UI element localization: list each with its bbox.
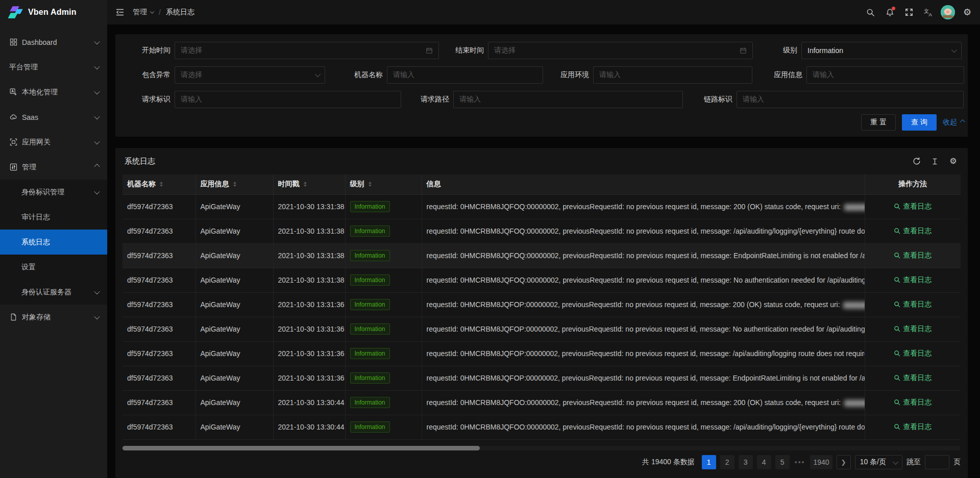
view-log-link[interactable]: 查看日志 <box>894 300 932 309</box>
page-button[interactable]: 1940 <box>810 455 832 469</box>
scrollbar-thumb[interactable] <box>122 446 480 450</box>
page-button[interactable]: 2 <box>720 455 734 469</box>
view-log-link[interactable]: 查看日志 <box>894 373 932 383</box>
table-row: df5974d72363 ApiGateWay 2021-10-30 13:31… <box>122 292 961 317</box>
sidebar-item[interactable]: 本地化管理 <box>0 80 107 105</box>
app-info-cell: ApiGateWay <box>195 415 273 439</box>
next-page-button[interactable]: ❯ <box>837 455 851 469</box>
breadcrumb-root[interactable]: 管理 <box>133 8 154 17</box>
column-header[interactable]: 应用信息 <box>195 174 273 194</box>
chevron-down-icon <box>94 288 100 294</box>
message-cell: requestId: 0HMCRBM8JQFOQ:00000002, previ… <box>422 194 865 219</box>
sidebar-item[interactable]: 管理 <box>0 155 107 180</box>
level-badge: Information <box>350 299 390 310</box>
field-label: 结束时间 <box>440 46 484 55</box>
collapse-link[interactable]: 收起 <box>943 118 964 127</box>
view-log-link[interactable]: 查看日志 <box>894 227 932 236</box>
column-settings-icon[interactable]: ⚙ <box>949 157 958 166</box>
level-badge: Information <box>350 397 390 408</box>
search-icon <box>894 325 900 332</box>
menu-fold-icon[interactable] <box>114 7 126 18</box>
level-badge: Information <box>350 201 390 212</box>
sort-carets-icon[interactable] <box>233 182 236 187</box>
end-time-input[interactable]: 请选择 <box>488 42 753 59</box>
page-button[interactable]: 4 <box>757 455 771 469</box>
sort-carets-icon[interactable] <box>369 182 372 187</box>
app-info-input[interactable]: 请输入 <box>806 66 964 84</box>
settings-gear-icon[interactable]: ⚙ <box>958 0 977 24</box>
column-header[interactable]: 机器名称 <box>122 174 195 194</box>
sort-carets-icon[interactable] <box>304 182 307 187</box>
view-log-link[interactable]: 查看日志 <box>894 422 932 432</box>
level-select[interactable]: Information <box>801 42 962 59</box>
sidebar-item[interactable]: Saas <box>0 105 107 130</box>
app-logo[interactable]: Vben Admin <box>0 0 107 24</box>
saas-icon <box>9 113 17 121</box>
chevron-down-icon <box>94 188 100 194</box>
trace-id-input[interactable]: 请输入 <box>737 91 964 108</box>
table-row: df5974d72363 ApiGateWay 2021-10-30 13:30… <box>122 415 961 439</box>
search-icon <box>894 203 900 210</box>
chevron-down-icon <box>94 63 100 69</box>
level-cell: Information <box>345 194 422 219</box>
management-icon <box>9 163 17 171</box>
level-cell: Information <box>345 243 422 268</box>
page-size-select[interactable]: 10 条/页 <box>855 455 902 469</box>
notification-bell-icon[interactable] <box>880 0 899 24</box>
request-id-input[interactable]: 请输入 <box>175 91 401 108</box>
field-label: 链路标识 <box>691 95 732 104</box>
filter-field-app-info: 应用信息 请输入 <box>761 66 964 84</box>
timestamp-cell: 2021-10-30 13:31:38 <box>273 243 345 268</box>
field-label: 请求路径 <box>407 95 449 104</box>
sort-carets-icon[interactable] <box>160 182 163 187</box>
filter-field-end-time: 结束时间 请选择 <box>440 42 753 59</box>
reset-button[interactable]: 重 置 <box>861 114 896 131</box>
view-log-link[interactable]: 查看日志 <box>894 324 932 334</box>
sidebar-item[interactable]: 系统日志 <box>0 230 107 255</box>
view-log-link[interactable]: 查看日志 <box>894 251 932 260</box>
timestamp-cell: 2021-10-30 13:30:44 <box>273 390 345 415</box>
sidebar-item[interactable]: 应用网关 <box>0 130 107 155</box>
request-path-input[interactable]: 请输入 <box>453 91 683 108</box>
jump-page-input[interactable] <box>925 455 949 469</box>
level-badge: Information <box>350 348 390 359</box>
storage-icon <box>9 313 17 321</box>
view-log-link[interactable]: 查看日志 <box>894 349 932 358</box>
page-button[interactable]: 5 <box>775 455 790 469</box>
action-cell: 查看日志 <box>865 390 961 415</box>
sidebar: Vben Admin Dashboard 平台管理 本地化管理 Saas 应用网… <box>0 0 107 478</box>
view-log-link[interactable]: 查看日志 <box>894 398 932 407</box>
refresh-icon[interactable] <box>912 157 921 166</box>
svg-text:A: A <box>928 12 932 17</box>
app-info-cell: ApiGateWay <box>195 292 273 317</box>
level-cell: Information <box>345 415 422 439</box>
translate-icon[interactable]: 文 A <box>919 0 938 24</box>
page-button[interactable]: 1 <box>702 455 716 469</box>
column-header[interactable]: 级别 <box>345 174 422 194</box>
machine-name-input[interactable]: 请输入 <box>387 66 543 84</box>
app-title: Vben Admin <box>28 8 77 17</box>
sidebar-item[interactable]: 身份认证服务器 <box>0 280 107 305</box>
sidebar-item[interactable]: 对象存储 <box>0 305 107 330</box>
fullscreen-icon[interactable] <box>899 0 919 24</box>
calendar-icon <box>740 47 747 54</box>
sidebar-item[interactable]: 平台管理 <box>0 55 107 80</box>
view-log-link[interactable]: 查看日志 <box>894 202 932 211</box>
search-button[interactable]: 查 询 <box>902 114 937 131</box>
column-header[interactable]: 时间戳 <box>273 174 345 194</box>
sidebar-item[interactable]: 身份标识管理 <box>0 180 107 205</box>
app-env-input[interactable]: 请输入 <box>593 66 752 84</box>
table-row: df5974d72363 ApiGateWay 2021-10-30 13:31… <box>122 243 961 268</box>
row-height-icon[interactable] <box>930 157 939 166</box>
sidebar-item[interactable]: 设置 <box>0 255 107 280</box>
user-avatar[interactable] <box>938 0 958 24</box>
start-time-input[interactable]: 请选择 <box>175 42 439 59</box>
sidebar-item[interactable]: Dashboard <box>0 30 107 55</box>
chevron-down-icon <box>951 48 955 53</box>
sidebar-item[interactable]: 审计日志 <box>0 205 107 230</box>
search-icon[interactable] <box>861 0 880 24</box>
page-ellipsis[interactable]: ••• <box>794 458 806 466</box>
view-log-link[interactable]: 查看日志 <box>894 275 932 285</box>
page-button[interactable]: 3 <box>739 455 753 469</box>
has-exception-select[interactable]: 请选择 <box>175 66 325 84</box>
